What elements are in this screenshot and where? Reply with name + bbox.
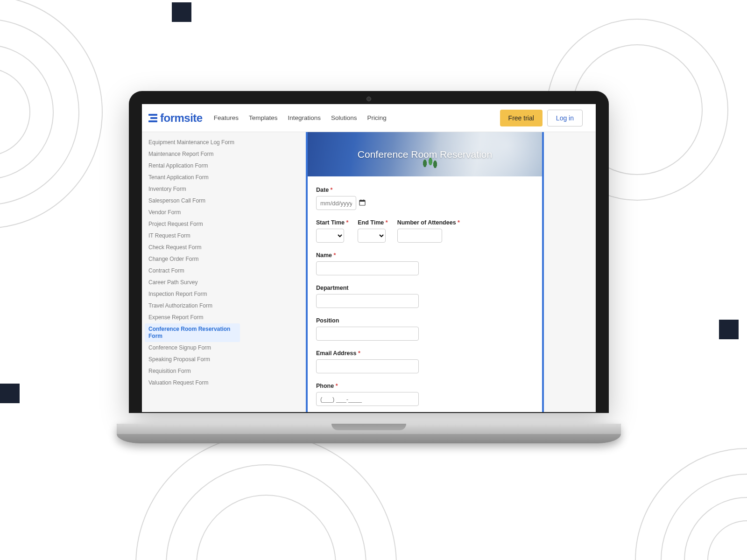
form-title: Conference Room Reservation	[358, 149, 492, 160]
nav-features[interactable]: Features	[214, 114, 239, 121]
sidebar-item[interactable]: Contract Form	[145, 265, 240, 277]
department-input[interactable]	[316, 294, 419, 308]
sidebar-item[interactable]: Travel Authorization Form	[145, 300, 240, 312]
sidebar-item[interactable]: Valuation Request Form	[145, 377, 240, 389]
app-body: Equipment Maintenance Log FormMaintenanc…	[142, 132, 596, 412]
nav-integrations[interactable]: Integrations	[288, 114, 321, 121]
logo-icon	[148, 114, 157, 122]
label-end-time: End Time *	[358, 219, 388, 226]
label-position: Position	[316, 317, 534, 324]
sidebar-item[interactable]: IT Request Form	[145, 230, 240, 242]
sidebar-item[interactable]: Speaking Proposal Form	[145, 354, 240, 365]
label-attendees: Number of Attendees *	[397, 219, 460, 226]
email-input[interactable]	[316, 359, 419, 373]
sidebar-item[interactable]: Expense Report Form	[145, 312, 240, 323]
start-time-select[interactable]	[316, 229, 344, 243]
bg-decoration	[172, 2, 191, 22]
field-position: Position	[316, 317, 534, 341]
sidebar-item[interactable]: Tenant Application Form	[145, 172, 240, 183]
field-department: Department	[316, 285, 534, 308]
laptop-base	[117, 424, 621, 443]
svg-rect-1	[359, 200, 365, 202]
laptop-frame: formsite Features Templates Integrations…	[129, 91, 609, 413]
sidebar-item[interactable]: Check Request Form	[145, 242, 240, 253]
camera-icon	[366, 97, 371, 101]
field-start-time: Start Time *	[316, 219, 348, 243]
field-phone: Phone *	[316, 383, 534, 406]
label-email: Email Address *	[316, 350, 534, 357]
label-name: Name *	[316, 252, 534, 259]
sidebar-item[interactable]: Equipment Maintenance Log Form	[145, 137, 240, 148]
main-nav: Features Templates Integrations Solution…	[214, 114, 387, 121]
date-input[interactable]	[316, 196, 356, 210]
label-start-time: Start Time *	[316, 219, 348, 226]
sidebar-item[interactable]: Inventory Form	[145, 183, 240, 195]
field-name: Name *	[316, 252, 534, 275]
label-date: Date *	[316, 187, 534, 193]
laptop-notch	[331, 424, 406, 430]
logo-text: formsite	[160, 112, 203, 125]
field-time-row: Start Time * End Time *	[316, 219, 534, 243]
label-department: Department	[316, 285, 534, 291]
sidebar-item[interactable]: Vendor Form	[145, 207, 240, 218]
main-content: Conference Room Reservation Date *	[245, 132, 596, 412]
end-time-select[interactable]	[358, 229, 386, 243]
field-email: Email Address *	[316, 350, 534, 373]
field-end-time: End Time *	[358, 219, 388, 243]
attendees-input[interactable]	[397, 229, 442, 243]
nav-templates[interactable]: Templates	[249, 114, 278, 121]
label-phone: Phone *	[316, 383, 534, 389]
sidebar-item[interactable]: Requisition Form	[145, 365, 240, 377]
field-attendees: Number of Attendees *	[397, 219, 460, 243]
name-input[interactable]	[316, 261, 419, 275]
sidebar-item[interactable]: Rental Application Form	[145, 160, 240, 172]
logo[interactable]: formsite	[148, 112, 203, 125]
free-trial-button[interactable]: Free trial	[500, 110, 543, 126]
laptop-mockup: formsite Features Templates Integrations…	[117, 91, 621, 443]
position-input[interactable]	[316, 327, 419, 341]
app-header: formsite Features Templates Integrations…	[142, 104, 596, 132]
sidebar-item[interactable]: Inspection Report Form	[145, 288, 240, 300]
bg-decoration	[0, 384, 20, 403]
calendar-icon[interactable]	[359, 199, 366, 207]
bg-decoration	[719, 320, 739, 339]
sidebar-item[interactable]: Project Request Form	[145, 218, 240, 230]
screen-content: formsite Features Templates Integrations…	[142, 104, 596, 412]
nav-pricing[interactable]: Pricing	[367, 114, 387, 121]
sidebar-item[interactable]: Conference Signup Form	[145, 342, 240, 354]
sidebar-item[interactable]: Career Path Survey	[145, 277, 240, 288]
sidebar-item[interactable]: Conference Room Reservation Form	[145, 323, 240, 342]
form-card: Conference Room Reservation Date *	[306, 132, 544, 412]
login-button[interactable]: Log in	[547, 110, 583, 126]
form-body: Date *	[308, 176, 542, 412]
sidebar-item[interactable]: Maintenance Report Form	[145, 148, 240, 160]
sidebar-item[interactable]: Salesperson Call Form	[145, 195, 240, 207]
phone-input[interactable]	[316, 392, 419, 406]
sidebar: Equipment Maintenance Log FormMaintenanc…	[142, 132, 245, 412]
sidebar-item[interactable]: Change Order Form	[145, 253, 240, 265]
nav-solutions[interactable]: Solutions	[331, 114, 357, 121]
field-date: Date *	[316, 187, 534, 210]
header-actions: Free trial Log in	[500, 110, 583, 126]
form-hero: Conference Room Reservation	[308, 132, 542, 176]
